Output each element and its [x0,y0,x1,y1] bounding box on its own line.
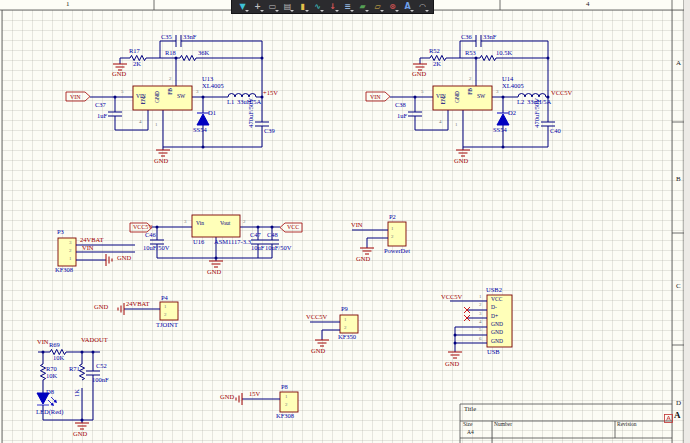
vcc5v-port-shape[interactable] [130,223,152,232]
c38-capacitor-symbol [408,112,422,116]
d2-diode-symbol[interactable] [497,113,509,125]
p3-body [58,238,76,266]
dropdown-caret-icon [275,10,279,12]
toolbar-place-text-icon[interactable]: A [401,1,414,12]
c37-capacitor-symbol [108,112,122,116]
connector-p9[interactable] [310,315,358,346]
p9-body [340,315,358,333]
dropdown-caret-icon [290,10,294,12]
gnd-symbol [456,150,470,156]
connector-p4[interactable] [118,302,178,320]
gnd-symbol [315,340,329,346]
toolbar-place-bus-icon[interactable]: ▱ [371,1,384,12]
u13-body[interactable] [133,86,192,110]
led-junctions [42,351,95,422]
sheet-border [0,0,684,443]
vin1-port-shape[interactable] [66,92,90,101]
toolbar-no-erc-icon[interactable]: ⊗ [386,1,399,12]
buck-converter-circuit-1[interactable] [66,35,269,156]
dropdown-caret-icon [305,10,309,12]
c48-capacitor-symbol [265,240,279,244]
gnd-symbol [75,423,89,429]
title-block [460,404,673,443]
p8-body [280,392,298,412]
buck-converter-circuit-2[interactable] [366,35,555,156]
gnd-symbol [106,254,112,266]
gnd-symbol [413,64,427,70]
connector-p8[interactable] [236,392,298,412]
toolbar-place-arc-icon[interactable]: ◠ [416,1,429,12]
led-wires [38,352,100,423]
c36-capacitor-symbol [476,35,481,47]
gnd-symbol [156,150,170,156]
gnd-symbol [448,352,462,358]
c46-capacitor-symbol [150,240,164,244]
gnd-symbol [360,248,374,254]
vin2-port-shape[interactable] [366,92,390,101]
schematic-editor-screen: 1234ABCDATitleSizeA4NumberRevisionC3533n… [0,0,690,443]
ldo-regulator-circuit[interactable] [130,215,302,267]
led-indicator-circuit[interactable] [37,349,100,429]
d8-led-symbol[interactable] [37,393,57,406]
toolbar-place-rectangle-icon[interactable]: ▰ [356,1,369,12]
l1-inductor-symbol [228,94,256,98]
toolbar-paste-icon[interactable]: ▤ [281,1,294,12]
dropdown-caret-icon [320,10,324,12]
connector-p3[interactable] [58,238,135,266]
right-edge-strip [684,0,690,443]
dropdown-caret-icon [425,10,429,12]
toolbar-place-part-icon[interactable]: ▮ [296,1,309,12]
vcc-port-shape[interactable] [280,223,302,232]
dropdown-caret-icon [245,10,249,12]
toolbar-place-wire-icon[interactable]: ∿ [311,1,324,12]
p2-body [388,222,406,246]
toolbar-place-power-port-icon[interactable]: ↓ [326,1,339,12]
r18-resistor-symbol [180,55,196,60]
c40-capacitor-symbol [541,122,555,126]
r70-resistor-symbol [40,364,45,380]
c52-capacitor-symbol [86,371,100,375]
toolbar-select-area-icon[interactable]: ▭ [266,1,279,12]
d1-diode-symbol[interactable] [197,113,209,125]
r52-resistor-symbol [430,55,446,60]
l2-inductor-symbol [518,94,546,98]
usb2-body [487,295,512,347]
r17-resistor-symbol [130,55,146,60]
r71-resistor-symbol [79,364,84,380]
c39-capacitor-symbol [255,122,269,126]
gnd-symbol [236,393,242,405]
gnd-symbol [118,303,124,315]
annotation-marker-glyph [667,416,671,421]
gnd-symbol [113,64,127,70]
connector-p2[interactable] [352,222,406,254]
u16-body[interactable] [192,215,240,237]
schematic-canvas [0,0,690,443]
dropdown-caret-icon [260,10,264,12]
dropdown-caret-icon [410,10,414,12]
dropdown-caret-icon [350,10,354,12]
dropdown-caret-icon [365,10,369,12]
floating-toolbar: ▼+▭▤▮∿↓≡▰▱⊗A◠ [231,0,434,14]
dropdown-caret-icon [380,10,384,12]
u14-body[interactable] [433,86,492,110]
r53-resistor-symbol [480,55,496,60]
c35-capacitor-symbol [176,35,181,47]
toolbar-place-net-label-icon[interactable]: ≡ [341,1,354,12]
r69-resistor-symbol [50,349,66,354]
dropdown-caret-icon [395,10,399,12]
toolbar-move-icon[interactable]: + [251,1,264,12]
gnd-symbol [209,261,223,267]
c47-capacitor-symbol [251,240,265,244]
p4-body [160,302,178,320]
toolbar-filter-icon[interactable]: ▼ [236,1,249,12]
dropdown-caret-icon [335,10,339,12]
usb-connector[interactable] [448,295,512,358]
